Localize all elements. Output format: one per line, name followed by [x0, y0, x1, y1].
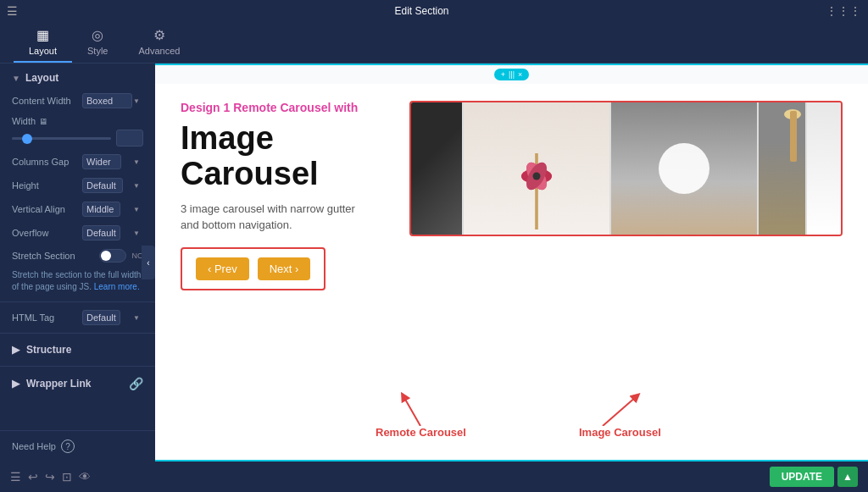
structure-arrow: ▶	[12, 344, 19, 356]
update-button[interactable]: UPDATE	[770, 467, 834, 487]
divider-1	[0, 301, 155, 302]
undo-icon[interactable]: ↩	[28, 470, 38, 484]
lamp-shape	[790, 111, 797, 162]
svg-point-7	[533, 173, 541, 180]
preview-icon[interactable]: 👁	[79, 470, 91, 484]
structure-section[interactable]: ▶ Structure	[0, 337, 155, 362]
stretch-section-label: Stretch Section	[12, 251, 75, 261]
sidebar-bottom: Need Help ?	[0, 430, 155, 462]
width-row: Width 🖥	[0, 113, 155, 150]
overflow-select[interactable]: DefaultHidden	[82, 225, 120, 240]
width-slider-container	[12, 130, 143, 146]
sidebar: ▼ Layout Content Width Boxed Full Width …	[0, 64, 155, 462]
responsive-icon[interactable]: ⊡	[62, 470, 72, 484]
style-tab-icon: ◎	[92, 27, 103, 43]
stretch-section-row: Stretch Section NO	[0, 245, 155, 267]
toggle-knob	[101, 251, 111, 261]
tab-advanced-label: Advanced	[139, 46, 181, 56]
canvas-bottom-line	[155, 460, 868, 462]
redo-icon[interactable]: ↪	[45, 470, 55, 484]
learn-more-link[interactable]: Learn more.	[94, 282, 140, 291]
overflow-label: Overflow	[12, 228, 75, 238]
close-icon: ×	[518, 70, 522, 79]
need-help[interactable]: Need Help ?	[12, 439, 143, 453]
height-select[interactable]: DefaultCustom	[82, 178, 123, 193]
carousel-image-1	[411, 102, 462, 235]
left-column: Design 1 Remote Carousel with Image Caro…	[181, 101, 384, 290]
columns-gap-row: Columns Gap WiderWideNormalNarrow	[0, 150, 155, 174]
overflow-select-wrapper: DefaultHidden	[82, 225, 143, 240]
vertical-align-select-wrapper: TopMiddleBottom	[82, 202, 143, 217]
layout-section-header[interactable]: ▼ Layout	[0, 64, 155, 89]
height-label: Height	[12, 180, 75, 191]
carousel-heading-line1: Image	[181, 120, 274, 156]
next-button[interactable]: Next ›	[258, 257, 311, 280]
width-slider[interactable]	[12, 137, 111, 140]
html-tag-row: HTML Tag Defaultdivheadermainfooter	[0, 306, 155, 329]
vertical-align-row: Vertical Align TopMiddleBottom	[0, 197, 155, 221]
monitor-icon: 🖥	[39, 117, 47, 126]
wrapper-link-label: Wrapper Link	[26, 378, 91, 390]
annotation-area: Remote Carousel Image Carousel	[155, 392, 868, 460]
handle-dots: |||	[509, 70, 515, 79]
advanced-tab-icon: ⚙	[153, 27, 165, 43]
tabbar: ▦ Layout ◎ Style ⚙ Advanced	[0, 21, 868, 64]
vertical-align-select[interactable]: TopMiddleBottom	[82, 202, 120, 217]
image-carousel-annotation: Image Carousel	[579, 392, 661, 439]
height-select-wrapper: DefaultCustom	[82, 178, 143, 193]
divider-2	[0, 333, 155, 334]
stretch-note: Stretch the section to the full width of…	[0, 267, 155, 298]
columns-gap-select-wrapper: WiderWideNormalNarrow	[82, 154, 143, 169]
structure-label: Structure	[26, 344, 71, 356]
chair-shape	[659, 143, 709, 194]
design-title: Design 1 Remote Carousel with	[181, 101, 384, 114]
canvas-content: Design 1 Remote Carousel with Image Caro…	[155, 84, 868, 392]
divider-3	[0, 366, 155, 367]
handle-pill[interactable]: + ||| ×	[494, 69, 530, 80]
tab-layout-label: Layout	[29, 46, 57, 56]
tab-style[interactable]: ◎ Style	[72, 22, 123, 63]
tab-layout[interactable]: ▦ Layout	[14, 22, 72, 63]
width-input[interactable]	[116, 130, 143, 146]
vertical-align-label: Vertical Align	[12, 204, 75, 214]
main-area: ▼ Layout Content Width Boxed Full Width …	[0, 64, 868, 462]
nav-buttons-box: ‹ Prev Next ›	[181, 247, 326, 290]
prev-button[interactable]: ‹ Prev	[196, 257, 249, 280]
columns-gap-label: Columns Gap	[12, 157, 75, 167]
help-icon: ?	[61, 439, 75, 453]
carousel-desc: 3 image carousel with narrow gutterand b…	[181, 201, 384, 234]
height-row: Height DefaultCustom	[0, 174, 155, 197]
html-tag-select[interactable]: Defaultdivheadermainfooter	[82, 310, 120, 325]
carousel-box	[409, 101, 843, 236]
wrapper-link-section[interactable]: ▶ Wrapper Link 🔗	[0, 370, 155, 397]
hamburger-icon[interactable]: ☰	[7, 4, 18, 18]
tab-advanced[interactable]: ⚙ Advanced	[124, 22, 196, 63]
width-label: Width	[12, 116, 36, 126]
html-tag-select-wrapper: Defaultdivheadermainfooter	[82, 310, 143, 325]
layout-collapse-arrow: ▼	[12, 74, 20, 83]
topbar-title: Edit Section	[28, 5, 815, 17]
content-width-select-wrapper: Boxed Full Width	[82, 93, 143, 108]
remote-carousel-annotation: Remote Carousel	[376, 392, 466, 439]
bottom-toolbar: ☰ ↩ ↪ ⊡ 👁 UPDATE ▲	[0, 462, 868, 492]
grid-icon[interactable]: ⋮⋮⋮	[826, 4, 861, 18]
columns-gap-select[interactable]: WiderWideNormalNarrow	[82, 154, 121, 169]
sidebar-collapse-handle[interactable]: ‹	[142, 246, 155, 279]
content-width-select[interactable]: Boxed Full Width	[82, 93, 132, 108]
link-icon: 🔗	[129, 377, 143, 390]
width-slider-thumb	[22, 134, 32, 144]
carousel-heading: Image Carousel	[181, 121, 384, 192]
carousel-image-3	[611, 102, 757, 235]
carousel-image-5	[807, 102, 841, 235]
remote-carousel-label: Remote Carousel	[376, 426, 466, 439]
need-help-text: Need Help	[12, 441, 56, 451]
overflow-row: Overflow DefaultHidden	[0, 221, 155, 245]
remote-carousel-arrow	[395, 392, 446, 426]
layout-tab-icon: ▦	[36, 27, 49, 43]
update-arrow-button[interactable]: ▲	[837, 467, 858, 487]
layout-section-title: Layout	[25, 72, 58, 84]
image-carousel-label: Image Carousel	[579, 426, 661, 439]
carousel-heading-line2: Carousel	[181, 156, 319, 191]
stretch-toggle[interactable]	[99, 249, 126, 263]
menu-bottom-icon[interactable]: ☰	[10, 470, 21, 484]
